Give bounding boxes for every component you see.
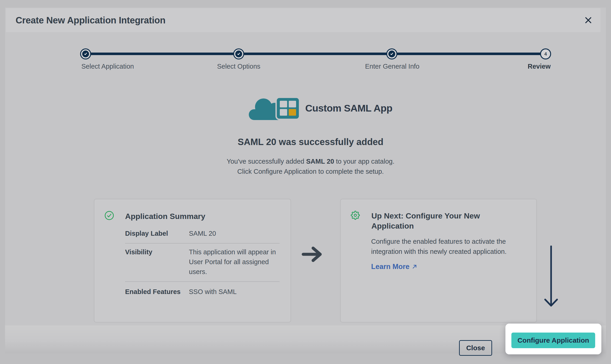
step-3-label: Enter General Info: [365, 63, 420, 70]
cloud-grid-app-icon: [247, 96, 302, 120]
success-subtext: You've successfully added SAML 20 to you…: [5, 156, 611, 177]
walkthrough-spotlight: Configure Application: [506, 324, 601, 354]
x-icon: [583, 15, 593, 25]
step-2-label: Select Options: [217, 63, 260, 70]
row-value: This application will appear in User Por…: [189, 247, 280, 277]
summary-row-visibility: Visibility This application will appear …: [125, 244, 280, 282]
summary-row-display-label: Display Label SAML 20: [125, 225, 280, 244]
external-link-arrow-icon: [412, 264, 417, 270]
summary-card-title: Application Summary: [125, 211, 206, 221]
step-2-indicator: [233, 48, 244, 59]
check-circle-outline-icon: [104, 211, 114, 220]
app-logo-name: Custom SAML App: [305, 103, 392, 114]
step-1-indicator: [80, 48, 91, 59]
check-icon: [390, 52, 394, 56]
screen: Create New Application Integration 4: [0, 0, 611, 364]
step-1-label: Select Application: [81, 63, 134, 70]
up-next-card-body: Configure the enabled features to activa…: [371, 236, 519, 257]
learn-more-link[interactable]: Learn More: [371, 262, 417, 271]
close-button[interactable]: [582, 14, 595, 26]
close-dialog-button[interactable]: Close: [459, 340, 492, 356]
gear-icon: [351, 211, 360, 220]
configure-application-button[interactable]: Configure Application: [511, 333, 595, 348]
success-line1: You've successfully added SAML 20 to you…: [227, 158, 395, 165]
arrow-down-icon: [544, 246, 559, 312]
success-heading: SAML 20 was successfully added: [5, 137, 611, 147]
success-line2: Click Configure Application to complete …: [237, 168, 384, 175]
create-application-dialog: Create New Application Integration 4: [5, 8, 606, 353]
step-4-label: Review: [528, 63, 551, 70]
arrow-right-icon: [301, 245, 324, 263]
application-summary-card: Application Summary Display Label SAML 2…: [94, 199, 291, 323]
learn-more-label: Learn More: [371, 262, 409, 271]
row-value: SAML 20: [189, 229, 280, 238]
row-value: SSO with SAML: [189, 287, 280, 297]
dialog-title: Create New Application Integration: [16, 8, 166, 32]
dialog-header: Create New Application Integration: [6, 8, 600, 32]
row-label: Enabled Features: [125, 287, 187, 297]
custom-saml-app-logo: Custom SAML App: [247, 95, 392, 121]
up-next-card-title: Up Next: Configure Your New Application: [371, 211, 500, 231]
check-icon: [83, 52, 88, 56]
check-icon: [236, 52, 241, 56]
step-3-indicator: [386, 48, 397, 59]
step-4-indicator: 4: [540, 48, 551, 59]
summary-row-enabled-features: Enabled Features SSO with SAML: [125, 282, 280, 301]
row-label: Visibility: [125, 247, 187, 277]
stepper-connector: [86, 52, 546, 55]
summary-rows: Display Label SAML 20 Visibility This ap…: [125, 225, 280, 301]
row-label: Display Label: [125, 229, 187, 238]
up-next-card: Up Next: Configure Your New Application …: [340, 199, 537, 323]
